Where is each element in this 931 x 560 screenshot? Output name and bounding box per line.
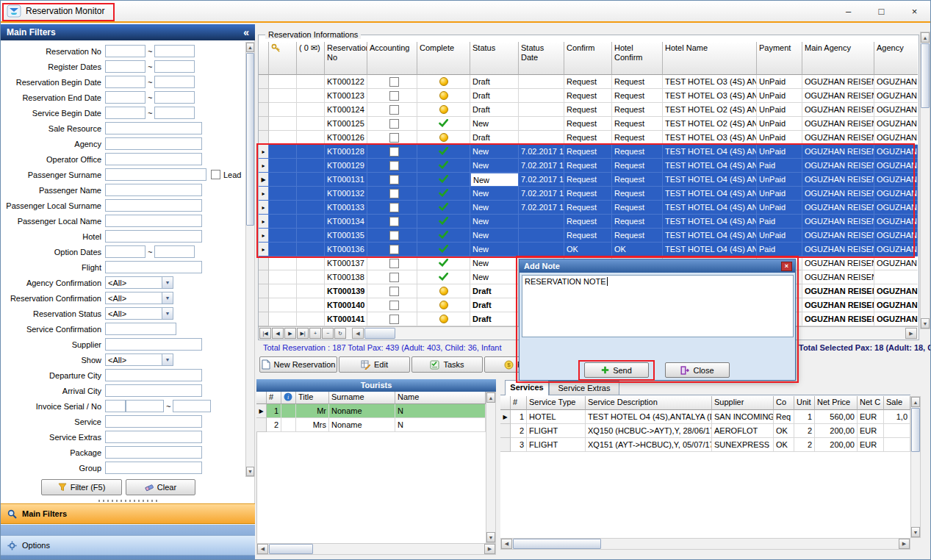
filter-input[interactable] xyxy=(105,323,176,335)
tourists-column-header[interactable]: # xyxy=(267,392,281,404)
clear-button[interactable]: Clear xyxy=(126,479,195,495)
column-header-indicator[interactable] xyxy=(259,42,269,75)
scrollbar-thumb[interactable] xyxy=(921,43,930,108)
reservation-row[interactable]: ▸KT000134NewRequestRequestTEST HOTEL O4 … xyxy=(259,215,918,229)
reservation-row[interactable]: KT000126DraftRequestRequestTEST HOTEL O3… xyxy=(259,131,918,145)
filter-input[interactable] xyxy=(105,369,202,381)
filter-input[interactable] xyxy=(105,168,206,181)
accounting-checkbox[interactable] xyxy=(389,77,399,87)
sidebar-nav-main-filters[interactable]: Main Filters xyxy=(1,503,255,524)
filter-input[interactable] xyxy=(105,462,202,474)
services-column-header[interactable]: Net Price xyxy=(815,396,858,410)
scroll-down-icon[interactable]: ▼ xyxy=(921,318,930,329)
filter-input[interactable] xyxy=(105,122,202,134)
column-header-hotel-name[interactable]: Hotel Name xyxy=(663,42,757,75)
scrollbar-thumb[interactable] xyxy=(364,328,395,339)
tasks-button[interactable]: Tasks xyxy=(411,356,483,373)
dialog-titlebar[interactable]: Add Note × xyxy=(520,259,795,273)
filter-input[interactable] xyxy=(173,400,211,412)
chevron-down-icon[interactable]: ▼ xyxy=(162,292,173,304)
filter-input[interactable] xyxy=(105,431,202,443)
filter-input[interactable] xyxy=(126,400,164,412)
filter-dropdown[interactable]: <All>▼ xyxy=(105,276,173,289)
filter-input[interactable] xyxy=(105,261,202,273)
filter-input[interactable] xyxy=(105,400,126,412)
column-header-complete[interactable]: Complete xyxy=(417,42,470,75)
column-header-hotel-confirm[interactable]: Hotel Confirm xyxy=(612,42,663,75)
services-column-header[interactable]: Unit xyxy=(794,396,815,410)
scrollbar-thumb[interactable] xyxy=(513,539,601,549)
accounting-checkbox[interactable] xyxy=(389,301,399,310)
accounting-checkbox[interactable] xyxy=(389,105,399,115)
column-header-confirm[interactable]: Confirm xyxy=(564,42,612,75)
nav-refresh-button[interactable]: ↻ xyxy=(334,328,346,339)
collapse-sidebar-icon[interactable]: « xyxy=(243,26,249,38)
tourist-row[interactable]: ▶1MrNonameN xyxy=(256,404,486,418)
filter-input[interactable] xyxy=(105,230,202,243)
sidebar-splitter[interactable] xyxy=(98,500,157,502)
filter-input[interactable] xyxy=(154,76,195,88)
filter-input[interactable] xyxy=(154,91,195,104)
reservation-row[interactable]: ▸KT000129New7.02.2017 1RequestRequestTES… xyxy=(259,159,918,173)
reservation-row[interactable]: KT000122DraftRequestRequestTEST HOTEL O3… xyxy=(259,75,918,89)
scroll-right-icon[interactable]: ▶ xyxy=(899,539,910,549)
accounting-checkbox[interactable] xyxy=(389,259,399,268)
reservation-row[interactable]: ▸KT000128New7.02.2017 1RequestRequestTES… xyxy=(259,145,918,159)
reservation-row[interactable]: ▸KT000135NewRequestRequestTEST HOTEL O4 … xyxy=(259,229,918,243)
close-button[interactable]: Close xyxy=(665,362,730,378)
filter-input[interactable] xyxy=(154,107,195,119)
dialog-close-icon[interactable]: × xyxy=(781,262,792,271)
scroll-right-icon[interactable]: ▶ xyxy=(905,328,917,339)
column-header-status-date[interactable]: Status Date xyxy=(519,42,564,75)
services-column-header[interactable]: Service Type xyxy=(527,396,586,410)
nav-insert-button[interactable]: + xyxy=(309,328,321,339)
note-textarea[interactable]: RESERVATION NOTE xyxy=(522,275,794,337)
sidebar-scrollbar[interactable]: ▲ ▼ xyxy=(245,42,255,477)
close-icon[interactable]: × xyxy=(898,1,931,22)
tourists-column-header[interactable]: i xyxy=(281,392,296,404)
services-column-header[interactable]: Service Description xyxy=(586,396,712,410)
chevron-down-icon[interactable]: ▼ xyxy=(162,277,173,288)
column-header-key[interactable] xyxy=(269,42,297,75)
services-column-header[interactable]: Co xyxy=(774,396,794,410)
service-row[interactable]: 3FLIGHTXQ151 (AYT->HCBUC),Y, 05/07/17 10… xyxy=(500,438,910,452)
tourists-column-header[interactable]: Name xyxy=(395,392,486,404)
accounting-checkbox[interactable] xyxy=(389,119,399,129)
filter-input[interactable] xyxy=(105,446,202,459)
service-row[interactable]: 2FLIGHTXQ150 (HCBUC->AYT),Y, 28/06/17 08… xyxy=(500,424,910,438)
filter-input[interactable] xyxy=(105,45,145,57)
column-header-reservation-no[interactable]: Reservation No xyxy=(325,42,367,75)
column-header-main-agency[interactable]: Main Agency xyxy=(802,42,874,75)
filter-input[interactable] xyxy=(105,153,202,165)
filter-input[interactable] xyxy=(105,91,145,104)
filter-dropdown[interactable]: <All>▼ xyxy=(105,307,173,320)
accounting-checkbox[interactable] xyxy=(389,147,399,157)
filter-input[interactable] xyxy=(154,45,195,57)
minimize-icon[interactable]: – xyxy=(832,1,865,22)
scrollbar-thumb[interactable] xyxy=(911,408,920,452)
filter-input[interactable] xyxy=(154,245,195,258)
scroll-down-icon[interactable]: ▼ xyxy=(246,467,254,476)
scroll-up-icon[interactable]: ▲ xyxy=(486,392,495,403)
filter-input[interactable] xyxy=(105,384,202,397)
accounting-checkbox[interactable] xyxy=(389,217,399,226)
filter-input[interactable] xyxy=(105,415,202,428)
service-row[interactable]: ▶1HOTELTEST HOTEL O4 (4S),ANTALYA (DLX,D… xyxy=(500,410,910,424)
send-button[interactable]: Send xyxy=(584,362,649,378)
services-column-header[interactable]: Supplier xyxy=(712,396,774,410)
services-vertical-scrollbar[interactable]: ▲ ▼ xyxy=(910,396,921,538)
filter-input[interactable] xyxy=(105,107,145,119)
scroll-down-icon[interactable]: ▼ xyxy=(486,532,495,542)
accounting-checkbox[interactable] xyxy=(389,189,399,198)
lead-checkbox[interactable] xyxy=(211,170,220,179)
scroll-left-icon[interactable]: ◀ xyxy=(501,539,512,549)
scroll-up-icon[interactable]: ▲ xyxy=(911,397,920,407)
scroll-right-icon[interactable]: ▶ xyxy=(484,544,495,554)
filter-dropdown[interactable]: <All>▼ xyxy=(105,292,173,304)
scrollbar-thumb[interactable] xyxy=(246,53,254,226)
reservation-row[interactable]: KT000125NewRequestRequestTEST HOTEL O2 (… xyxy=(259,117,918,131)
filter-input[interactable] xyxy=(105,245,145,258)
scroll-down-icon[interactable]: ▼ xyxy=(911,527,920,537)
scroll-left-icon[interactable]: ◀ xyxy=(352,328,364,339)
nav-prev-button[interactable]: ◀ xyxy=(272,328,284,339)
